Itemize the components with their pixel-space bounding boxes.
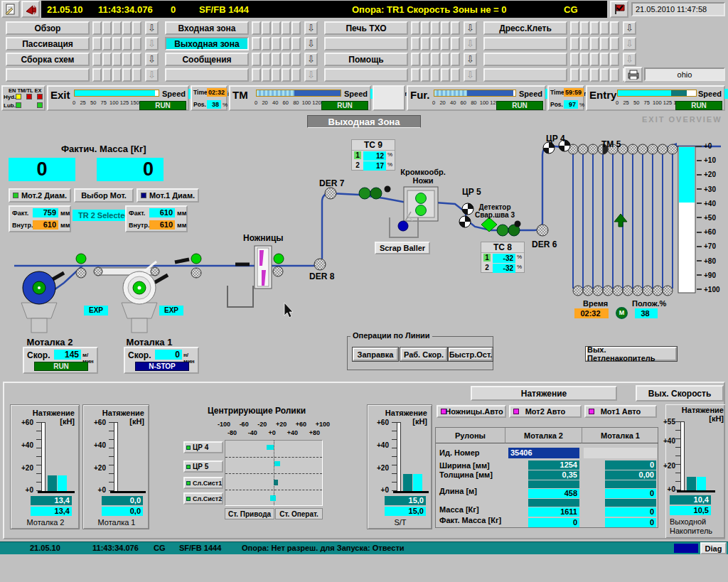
cr5-button[interactable]: ЦР 5: [183, 460, 223, 473]
coiler-select-button[interactable]: Выбор Мот.: [74, 188, 134, 203]
menu-passivation[interactable]: Пассивация: [6, 37, 90, 50]
shears-label: Ножницы: [243, 233, 284, 243]
menu-arrow-button[interactable]: ⇩: [304, 37, 318, 50]
menu-empty-slot[interactable]: [483, 68, 567, 82]
menu-arrow-button[interactable]: ⇩: [145, 37, 159, 50]
gauge-value-set: 15,0: [385, 496, 426, 505]
menu-mini-slots[interactable]: [92, 53, 141, 66]
diag-button[interactable]: Diag: [700, 542, 727, 554]
top-bar: 21.05.10 11:43:34.076 0 SF/FB 1444 Опора…: [0, 0, 728, 19]
menu-arrow-button[interactable]: ⇩: [145, 68, 159, 82]
menu-arrow-button[interactable]: ⇩: [623, 37, 636, 50]
menu-arrow-button[interactable]: ⇩: [304, 68, 318, 82]
menu-arrow-button[interactable]: ⇩: [145, 21, 159, 35]
zone-state: RUN: [496, 101, 543, 110]
menu-temper-mill[interactable]: Дресс.Клеть: [483, 21, 567, 35]
gauge-value-set: 10,4: [670, 495, 711, 505]
menu-mini-slots[interactable]: [252, 68, 301, 82]
exp-tag-coiler1: EXP: [159, 306, 183, 316]
menu-empty-slot[interactable]: [324, 37, 408, 50]
menu-arrow-button[interactable]: ⇩: [464, 37, 477, 50]
coil-id-coiler1[interactable]: [584, 448, 657, 458]
alarm-ack-button[interactable]: [610, 1, 628, 18]
servo2-button[interactable]: Сл.Сист2: [183, 492, 223, 505]
menu-mini-slots[interactable]: [411, 37, 460, 50]
menu-mini-slots[interactable]: [570, 68, 619, 82]
menu-scheme-assembly[interactable]: Сборка схем: [6, 53, 90, 66]
mot2-auto-button[interactable]: Мот2 Авто: [509, 405, 582, 418]
menu-mini-slots[interactable]: [252, 21, 301, 35]
mot1-auto-button[interactable]: Мот1 Авто: [584, 405, 657, 418]
time-value: 59:59: [564, 88, 584, 97]
menu-empty-slot[interactable]: [483, 37, 567, 50]
scrap-ball: [398, 221, 408, 231]
row-label: Факт. Масса [Кг]: [439, 516, 501, 524]
coil-id-coiler2[interactable]: 35406: [508, 448, 579, 458]
gauge-title: Натяжение: [33, 409, 75, 417]
menu-mini-slots[interactable]: [92, 21, 141, 35]
tc9-row2-n: 2: [354, 161, 361, 169]
menu-arrow-button[interactable]: ⇩: [623, 53, 636, 66]
tc8-row2-v: -32: [493, 264, 515, 273]
threading-button[interactable]: Заправка: [353, 347, 398, 361]
alarm-horn-button[interactable]: [21, 1, 40, 18]
gauge-tick: +55: [654, 418, 675, 426]
menu-mini-slots[interactable]: [252, 53, 301, 66]
exit-speed-page-button[interactable]: Вых. Скорость: [636, 385, 724, 402]
menu-mini-slots[interactable]: [570, 53, 619, 66]
menu-mini-slots[interactable]: [92, 37, 141, 50]
menu-messages[interactable]: Сообщения: [165, 53, 249, 66]
run-speed-button[interactable]: Раб. Скор.: [400, 347, 447, 361]
menu-arrow-button[interactable]: ⇩: [304, 21, 318, 35]
menu-overview[interactable]: Обзор: [6, 21, 90, 35]
zone-name: Fur.: [410, 89, 430, 101]
mm-unit: мм: [60, 210, 70, 217]
mass-coiler2: 1611: [528, 507, 579, 517]
menu-mini-slots[interactable]: [252, 37, 301, 50]
menu-arrow-button[interactable]: ⇩: [304, 53, 318, 66]
menu-empty-slot[interactable]: [324, 68, 408, 82]
menu-arrow-button[interactable]: ⇩: [464, 21, 477, 35]
menu-exit-zone[interactable]: Выходная зона: [165, 37, 249, 50]
menu-entry-zone[interactable]: Входная зона: [165, 21, 249, 35]
menu-arrow-button[interactable]: ⇩: [464, 53, 477, 66]
menu-mini-slots[interactable]: [570, 37, 619, 50]
print-screen-button[interactable]: [624, 67, 643, 82]
cr4-button[interactable]: ЦР 4: [183, 441, 223, 453]
hyd-label: Hyd.: [4, 94, 16, 100]
menu-mini-slots[interactable]: [411, 68, 460, 82]
mot1-diameter-button[interactable]: Мот.1 Диам.: [136, 188, 199, 203]
menu-mini-slots[interactable]: [570, 21, 619, 35]
scale-tick: -80: [228, 429, 237, 436]
tension-page-button[interactable]: Натяжение: [471, 386, 617, 401]
gauge-value-set: 13,4: [31, 496, 72, 505]
scrap-baller-button[interactable]: Scrap Baller: [375, 242, 430, 254]
mot2-diameter-button[interactable]: Мот.2 Диам.: [9, 188, 71, 203]
inner-label: Внутр.: [12, 222, 33, 229]
servo1-button[interactable]: Сл.Сист1: [183, 477, 223, 489]
hyd-tm-indicator: [26, 94, 32, 99]
gauge-tick: +0: [654, 485, 675, 493]
document-pen-icon: [4, 3, 17, 16]
report-button[interactable]: [1, 1, 20, 18]
menu-arrow-button[interactable]: ⇩: [464, 68, 477, 82]
tc9-row2-v: 17: [363, 161, 386, 171]
menu-arrow-button[interactable]: ⇩: [145, 53, 159, 66]
shears-auto-button[interactable]: Ножницы.Авто: [437, 405, 506, 418]
menu-empty-slot[interactable]: [165, 68, 249, 82]
exit-looper-button[interactable]: Вых. Петленакопитель: [586, 347, 677, 361]
menu-help[interactable]: Помощь: [324, 53, 408, 66]
menu-empty-slot[interactable]: [6, 68, 90, 82]
thickness-coiler2: 0,35: [528, 470, 579, 480]
menu-furnace[interactable]: Печь ТХО: [324, 21, 408, 35]
menu-arrow-button[interactable]: ⇩: [623, 21, 636, 35]
printer-target-field[interactable]: ohio: [644, 68, 725, 81]
mot1-diameter-panel: Факт. 610 мм Внутр. 610 мм: [125, 205, 188, 232]
gauge-unit: [кН]: [412, 417, 427, 426]
menu-mini-slots[interactable]: [92, 68, 141, 82]
fact-label: Факт.: [129, 210, 145, 217]
quick-stop-button[interactable]: Быстр.Ост.: [449, 347, 493, 361]
menu-mini-slots[interactable]: [411, 53, 460, 66]
menu-mini-slots[interactable]: [411, 21, 460, 35]
menu-empty-slot[interactable]: [483, 53, 567, 66]
